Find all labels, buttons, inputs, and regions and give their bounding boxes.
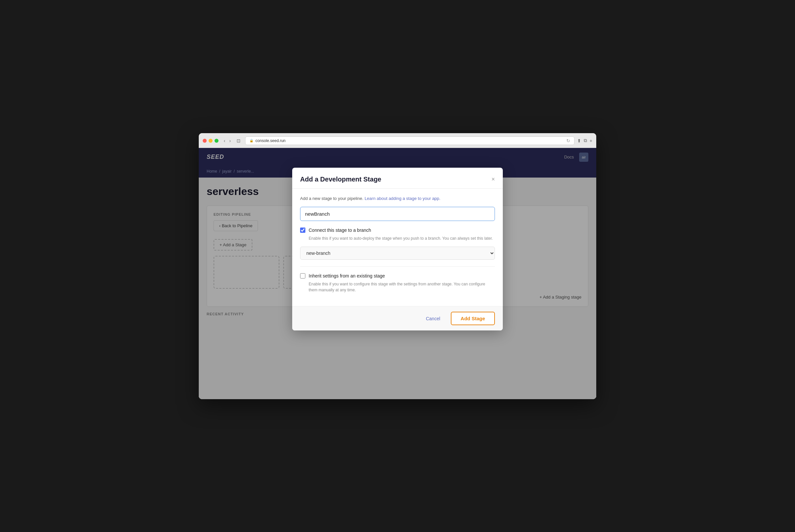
modal-header: Add a Development Stage ×	[292, 168, 503, 189]
inherit-settings-section: Inherit settings from an existing stage …	[300, 273, 495, 293]
browser-chrome: ‹ › ⊡ 🔒 console.seed.run ↻ ⬆ ⧉ +	[199, 133, 596, 148]
traffic-light-yellow[interactable]	[209, 139, 212, 143]
modal-body: Add a new stage to your pipeline. Learn …	[292, 189, 503, 306]
modal-divider	[300, 266, 495, 267]
modal-description: Add a new stage to your pipeline. Learn …	[300, 195, 495, 202]
browser-actions: ⬆ ⧉ +	[577, 138, 592, 144]
nav-buttons: ‹ ›	[222, 137, 232, 144]
modal-close-button[interactable]: ×	[491, 176, 495, 182]
traffic-light-red[interactable]	[203, 139, 207, 143]
inherit-settings-label[interactable]: Inherit settings from an existing stage	[309, 273, 385, 279]
cancel-button[interactable]: Cancel	[421, 314, 446, 324]
connect-branch-desc: Enable this if you want to auto-deploy t…	[309, 235, 495, 241]
app-content: SEED Docs air Home / jayair / serverle..…	[199, 148, 596, 399]
modal-overlay: Add a Development Stage × Add a new stag…	[199, 148, 596, 399]
share-button[interactable]: ⬆	[577, 138, 581, 144]
sidebar-toggle-button[interactable]: ⊡	[235, 137, 242, 144]
modal-desc-link[interactable]: Learn about adding a stage to your app.	[365, 196, 441, 201]
new-tab-button[interactable]: ⧉	[584, 138, 587, 144]
modal-footer: Cancel Add Stage	[292, 306, 503, 330]
url-text: console.seed.run	[255, 138, 285, 143]
lock-icon: 🔒	[249, 139, 253, 142]
modal-title: Add a Development Stage	[300, 175, 382, 183]
stage-name-input[interactable]	[300, 207, 495, 221]
branch-select[interactable]: new-branch main develop staging	[300, 247, 495, 260]
connect-branch-section: Connect this stage to a branch Enable th…	[300, 228, 495, 260]
connect-branch-checkbox[interactable]	[300, 228, 306, 233]
inherit-settings-row: Inherit settings from an existing stage	[300, 273, 495, 279]
browser-window: ‹ › ⊡ 🔒 console.seed.run ↻ ⬆ ⧉ + SEED Do…	[199, 133, 596, 399]
inherit-settings-desc: Enable this if you want to configure thi…	[309, 281, 495, 293]
reload-icon[interactable]: ↻	[566, 138, 570, 144]
forward-nav-button[interactable]: ›	[228, 137, 232, 144]
modal-desc-static: Add a new stage to your pipeline.	[300, 196, 363, 201]
modal: Add a Development Stage × Add a new stag…	[292, 168, 503, 331]
connect-branch-row: Connect this stage to a branch	[300, 228, 495, 233]
traffic-light-green[interactable]	[215, 139, 219, 143]
add-tab-button[interactable]: +	[590, 138, 592, 144]
traffic-lights	[203, 139, 219, 143]
back-nav-button[interactable]: ‹	[222, 137, 227, 144]
add-stage-submit-button[interactable]: Add Stage	[451, 312, 495, 325]
connect-branch-label[interactable]: Connect this stage to a branch	[309, 228, 371, 233]
inherit-settings-checkbox[interactable]	[300, 273, 306, 279]
url-bar[interactable]: 🔒 console.seed.run ↻	[245, 136, 574, 145]
